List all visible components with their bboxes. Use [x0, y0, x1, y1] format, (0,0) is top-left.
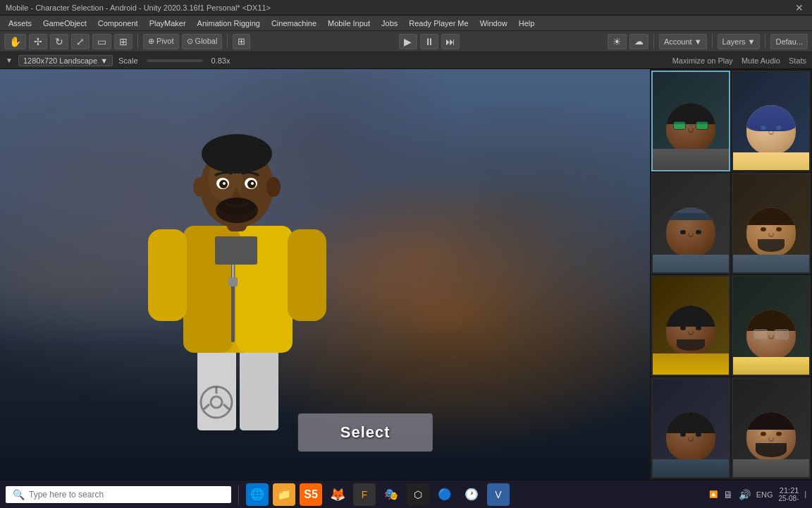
- menu-cinemachine[interactable]: Cinemachine: [266, 18, 322, 29]
- tool-rect[interactable]: ▭: [92, 34, 111, 49]
- menu-jobs[interactable]: Jobs: [376, 18, 403, 29]
- taskbar-network-icon[interactable]: 🖥: [723, 489, 733, 500]
- menubar: Assets GameObject Component PlayMaker An…: [0, 16, 812, 31]
- toolbar: ✋ ✢ ↻ ⤢ ▭ ⊞ ⊕ Pivot ⊙ Global ⊞ ▶ ⏸ ⏭ ☀ ☁…: [0, 31, 812, 52]
- svg-point-27: [251, 182, 254, 185]
- close-button[interactable]: ✕: [792, 1, 806, 15]
- game-viewport: Select: [0, 69, 650, 480]
- titlebar: Mobile - Character Selection - Android -…: [0, 0, 812, 16]
- main-character: [127, 106, 345, 445]
- clock: 21:21 25-08-: [778, 486, 799, 502]
- taskbar-firefox-icon[interactable]: 🦊: [326, 483, 349, 506]
- taskbar: 🔍 🌐 📁 S5 🦊 F 🎭 ⬡ 🔵 🕐 V 🔼 🖥 🔊 ENG 21:21 2…: [0, 480, 812, 508]
- menu-gameobject[interactable]: GameObject: [37, 18, 92, 29]
- search-icon: 🔍: [13, 489, 25, 500]
- separator-3: [653, 35, 654, 49]
- search-input[interactable]: [29, 490, 224, 500]
- taskbar-s5-icon[interactable]: S5: [300, 483, 322, 506]
- grid-btn[interactable]: ⊞: [233, 34, 250, 49]
- svg-point-26: [223, 182, 226, 185]
- taskbar-tray-expand[interactable]: 🔼: [709, 490, 718, 498]
- account-button[interactable]: Account ▼: [659, 34, 707, 49]
- svg-point-21: [266, 177, 281, 197]
- char-card-2[interactable]: [732, 71, 811, 171]
- taskbar-lang-label[interactable]: ENG: [756, 490, 773, 499]
- global-toggle[interactable]: ⊙ Global: [182, 34, 223, 49]
- taskbar-files-icon[interactable]: 📁: [273, 483, 295, 506]
- stats-btn[interactable]: Stats: [789, 56, 806, 65]
- tool-hand[interactable]: ✋: [4, 34, 26, 49]
- scenebar: ▼ 1280x720 Landscape ▼ Scale 0.83x Maxim…: [0, 52, 812, 69]
- menu-playmaker[interactable]: PlayMaker: [144, 18, 192, 29]
- svg-point-29: [216, 198, 258, 223]
- char-card-5[interactable]: [651, 275, 730, 376]
- menu-component[interactable]: Component: [92, 18, 144, 29]
- resolution-dropdown[interactable]: 1280x720 Landscape ▼: [18, 55, 113, 66]
- taskbar-separator-1: [238, 485, 239, 504]
- taskbar-time-icon[interactable]: 🕐: [460, 483, 483, 506]
- taskbar-filezilla-icon[interactable]: F: [353, 483, 376, 506]
- taskbar-sound-icon[interactable]: 🔊: [739, 489, 751, 500]
- taskbar-browser-icon[interactable]: 🔵: [433, 483, 456, 506]
- taskbar-vpn-icon[interactable]: V: [487, 483, 510, 506]
- mute-audio-btn[interactable]: Mute Audio: [742, 56, 780, 65]
- pivot-toggle[interactable]: ⊕ Pivot: [143, 34, 179, 49]
- scale-label: Scale: [118, 56, 138, 65]
- tool-rotate[interactable]: ↻: [50, 34, 68, 49]
- tool-move[interactable]: ✢: [29, 34, 47, 49]
- char-card-4[interactable]: [732, 173, 811, 274]
- step-button[interactable]: ⏭: [441, 34, 460, 49]
- svg-rect-11: [215, 236, 257, 265]
- cloud-icon-btn[interactable]: ☁: [629, 34, 648, 49]
- svg-rect-14: [148, 229, 187, 321]
- menu-ready-player-me[interactable]: Ready Player Me: [403, 18, 474, 29]
- separator-4: [712, 35, 713, 49]
- svg-rect-15: [288, 229, 326, 321]
- taskbar-search-box[interactable]: 🔍: [6, 486, 231, 503]
- svg-rect-12: [232, 265, 234, 279]
- taskbar-system-tray: 🔼 🖥 🔊 ENG 21:21 25-08- |: [709, 486, 806, 502]
- menu-animation-rigging[interactable]: Animation Rigging: [192, 18, 266, 29]
- taskbar-show-desktop[interactable]: |: [804, 490, 806, 498]
- scale-value: 0.83x: [211, 56, 230, 65]
- main-area: Select: [0, 69, 812, 480]
- taskbar-edge-icon[interactable]: 🌐: [246, 483, 269, 506]
- char-card-8[interactable]: [732, 377, 811, 478]
- game-tab-arrow: ▼: [6, 56, 13, 64]
- menu-assets[interactable]: Assets: [3, 18, 37, 29]
- default-layout-button[interactable]: Defau...: [770, 34, 808, 49]
- separator-1: [137, 35, 138, 49]
- separator-5: [765, 35, 765, 49]
- tool-scale[interactable]: ⤢: [71, 34, 90, 49]
- svg-rect-13: [228, 277, 238, 286]
- taskbar-date: 25-08-: [778, 495, 799, 502]
- layers-button[interactable]: Layers ▼: [718, 34, 761, 49]
- sun-icon-btn[interactable]: ☀: [608, 34, 627, 49]
- window-title: Mobile - Character Selection - Android -…: [6, 4, 792, 12]
- separator-2: [227, 35, 228, 49]
- char-card-7[interactable]: [651, 377, 730, 478]
- resolution-chevron: ▼: [100, 56, 108, 65]
- taskbar-time: 21:21: [780, 486, 799, 495]
- taskbar-app5-icon[interactable]: 🎭: [380, 483, 402, 506]
- menu-help[interactable]: Help: [513, 18, 541, 29]
- character-panel: [650, 69, 812, 480]
- pause-button[interactable]: ⏸: [420, 34, 438, 49]
- svg-point-19: [202, 134, 272, 174]
- select-button[interactable]: Select: [298, 413, 433, 452]
- play-button[interactable]: ▶: [399, 34, 417, 49]
- svg-point-20: [193, 177, 207, 197]
- svg-rect-1: [240, 346, 278, 430]
- menu-window[interactable]: Window: [474, 18, 513, 29]
- maximize-on-play-btn[interactable]: Maximize on Play: [672, 56, 733, 65]
- char-card-6[interactable]: [732, 275, 811, 376]
- tool-transform[interactable]: ⊞: [114, 34, 133, 49]
- scale-slider[interactable]: [147, 59, 203, 62]
- char-card-1[interactable]: [651, 71, 730, 171]
- menu-mobile-input[interactable]: Mobile Input: [322, 18, 376, 29]
- char-card-3[interactable]: [651, 173, 730, 274]
- resolution-label: 1280x720 Landscape: [23, 56, 97, 65]
- scene-right-controls: Maximize on Play Mute Audio Stats: [672, 56, 806, 65]
- taskbar-unity-icon[interactable]: ⬡: [407, 483, 429, 506]
